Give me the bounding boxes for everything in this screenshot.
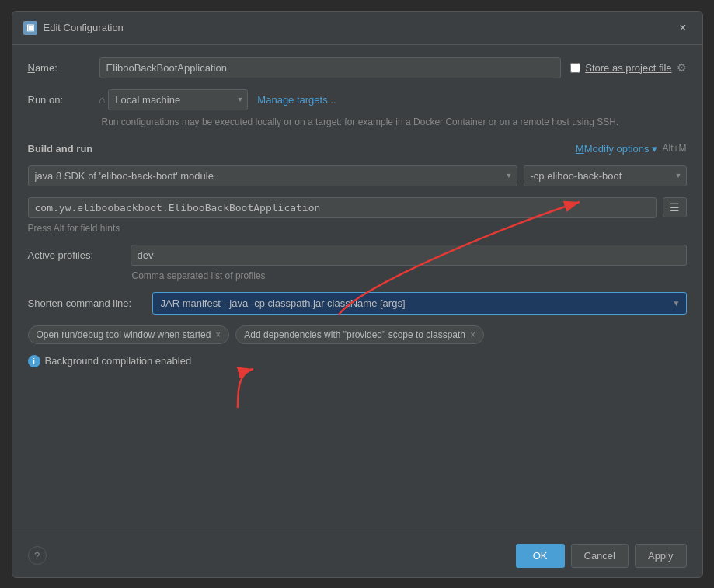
title-bar: ▣ Edit Configuration × — [12, 12, 702, 45]
run-on-select[interactable]: Local machine — [108, 89, 248, 110]
dialog-body: Name: Store as project file ⚙ Run on: ⌂ … — [12, 45, 702, 534]
build-run-section-header: Build and run MModify options ▾ Alt+M — [28, 143, 687, 155]
shorten-command-line-row: Shorten command line: JAR manifest - jav… — [28, 292, 687, 315]
main-class-input[interactable] — [28, 197, 657, 218]
shorten-dropdown-wrapper[interactable]: JAR manifest - java -cp classpath.jar cl… — [152, 292, 687, 315]
app-icon: ▣ — [23, 21, 37, 35]
store-project-row: Store as project file ⚙ — [570, 61, 686, 74]
store-project-label: Store as project file — [585, 62, 671, 74]
main-class-row: ☰ — [28, 197, 687, 218]
ok-button[interactable]: OK — [516, 544, 565, 568]
field-hints-text: Press Alt for field hints — [28, 223, 687, 234]
modify-options-label: MModify options — [576, 143, 650, 155]
run-on-row: Run on: ⌂ Local machine ▼ Manage targets… — [28, 89, 687, 110]
manage-targets-link[interactable]: Manage targets... — [257, 94, 336, 106]
modify-shortcut: Alt+M — [662, 143, 686, 154]
store-project-checkbox[interactable] — [570, 63, 580, 73]
modify-options-button[interactable]: MModify options ▾ — [576, 143, 658, 155]
help-button[interactable]: ? — [28, 546, 47, 565]
cp-dropdown[interactable]: -cp eliboo-back-boot ▼ — [524, 165, 687, 186]
profiles-hint: Comma separated list of profiles — [28, 270, 687, 281]
edit-configuration-dialog: ▣ Edit Configuration × Name: Store as pr… — [12, 11, 703, 578]
active-profiles-input[interactable] — [131, 245, 687, 266]
tag-dependencies-close[interactable]: × — [470, 329, 475, 340]
shorten-label: Shorten command line: — [28, 297, 143, 309]
name-input[interactable] — [99, 57, 562, 78]
name-row: Name: Store as project file ⚙ — [28, 57, 687, 78]
run-on-hint: Run configurations may be executed local… — [28, 115, 687, 129]
run-on-label: Run on: — [28, 94, 90, 106]
browse-button[interactable]: ☰ — [663, 197, 687, 217]
tags-row: Open run/debug tool window when started … — [28, 325, 687, 344]
info-icon: i — [28, 355, 40, 367]
sdk-dropdown[interactable]: java 8 SDK of 'eliboo-back-boot' module … — [28, 165, 517, 186]
build-run-title: Build and run — [28, 143, 93, 155]
active-profiles-row: Active profiles: — [28, 245, 687, 266]
info-row: i Background compilation enabled — [28, 355, 687, 367]
run-on-dropdown[interactable]: ⌂ Local machine ▼ — [99, 89, 249, 110]
gear-icon[interactable]: ⚙ — [677, 61, 687, 74]
dialog-title: Edit Configuration — [44, 22, 124, 33]
footer-left: ? — [28, 546, 47, 565]
sdk-select[interactable]: java 8 SDK of 'eliboo-back-boot' module — [28, 165, 517, 186]
cp-select[interactable]: -cp eliboo-back-boot — [524, 165, 687, 186]
dialog-footer: ? OK Cancel Apply — [12, 534, 702, 577]
shorten-select[interactable]: JAR manifest - java -cp classpath.jar cl… — [152, 292, 687, 315]
cancel-button[interactable]: Cancel — [571, 544, 629, 568]
info-text: Background compilation enabled — [45, 355, 192, 367]
build-row: java 8 SDK of 'eliboo-back-boot' module … — [28, 165, 687, 186]
home-icon: ⌂ — [99, 94, 106, 106]
tag-run-debug-close[interactable]: × — [215, 329, 221, 340]
footer-right: OK Cancel Apply — [516, 544, 687, 568]
close-button[interactable]: × — [674, 19, 691, 37]
tag-dependencies: Add dependencies with "provided" scope t… — [235, 325, 484, 344]
active-profiles-label: Active profiles: — [28, 249, 121, 261]
tag-run-debug: Open run/debug tool window when started … — [28, 325, 230, 344]
name-label-text: Name: — [28, 62, 57, 74]
tag-dependencies-label: Add dependencies with "provided" scope t… — [244, 329, 465, 340]
apply-button[interactable]: Apply — [635, 544, 687, 568]
name-label: Name: — [28, 62, 90, 74]
tag-run-debug-label: Open run/debug tool window when started — [37, 329, 211, 340]
chevron-down-icon: ▾ — [652, 143, 657, 155]
